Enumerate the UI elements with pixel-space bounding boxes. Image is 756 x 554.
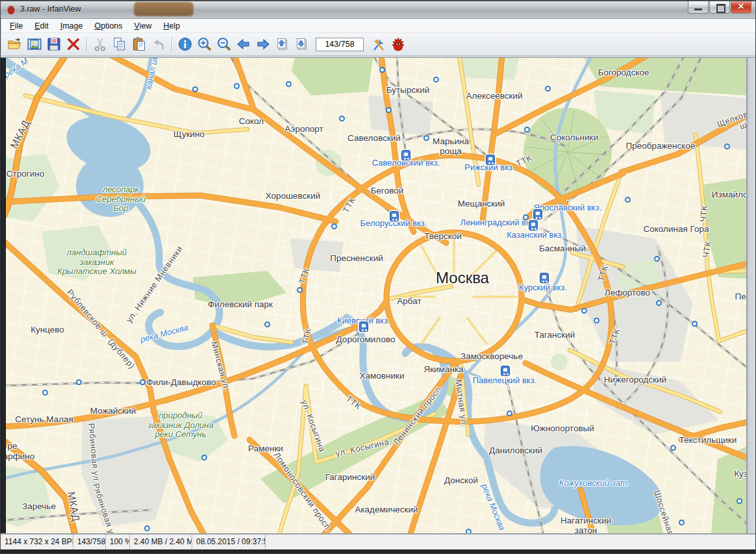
paste-button[interactable] xyxy=(129,35,149,54)
map-label-district: Сетунь Малая xyxy=(15,414,73,424)
cut-button[interactable] xyxy=(90,35,110,54)
map-label-district: ре xyxy=(7,441,17,451)
metro-station-icon xyxy=(76,379,82,385)
map-label-district: Измайлово xyxy=(712,190,748,199)
map-label-station: Ярославский вкз. xyxy=(534,203,602,213)
map-label-park: лесопарк Серебряный Бор xyxy=(96,185,145,214)
previous-image-button[interactable] xyxy=(234,35,253,54)
map-label-road: Щелковское ш. xyxy=(716,103,748,138)
image-viewport-moscow-map[interactable]: ЩукиноСтрогиноСоколАэропортБутырскийАлек… xyxy=(6,58,748,533)
metro-station-icon xyxy=(423,135,429,141)
metro-station-icon xyxy=(692,321,698,327)
first-icon xyxy=(275,36,290,52)
first-image-button[interactable] xyxy=(273,35,292,54)
settings-button[interactable] xyxy=(369,35,388,54)
map-label-road: МКАД xyxy=(8,118,32,151)
map-label-road: МКАД xyxy=(65,490,82,522)
metro-station-icon xyxy=(386,107,392,113)
map-label-district: Академический xyxy=(355,505,418,514)
titlebar-reflection xyxy=(134,2,194,16)
menu-image[interactable]: Image xyxy=(55,20,89,32)
map-label-district: Лефортово xyxy=(605,288,650,297)
map-label-district: Мещанский xyxy=(458,199,505,208)
map-label-district: Соколиная Гора xyxy=(644,224,709,234)
map-label-district: Можайский xyxy=(90,406,136,416)
thumbnails-button[interactable] xyxy=(25,35,44,54)
map-label-district: Текстильщики xyxy=(679,435,737,445)
map-label-district: Строгино xyxy=(6,169,44,179)
metro-station-icon xyxy=(625,197,631,203)
open-file-button[interactable] xyxy=(5,35,25,54)
close-button[interactable] xyxy=(731,1,751,14)
zoom-out-button[interactable] xyxy=(214,35,234,54)
toolbar xyxy=(1,33,756,56)
about-irfanview-button[interactable] xyxy=(388,35,408,54)
menu-view[interactable]: View xyxy=(129,20,158,32)
map-label-road: Рябиновая ул. xyxy=(86,423,101,484)
map-label-station: Павелецкий вкз. xyxy=(473,376,537,386)
title-bar[interactable]: 3.raw - IrfanView xyxy=(1,1,755,19)
map-label-district: Дорогомилово xyxy=(336,334,396,344)
menu-file[interactable]: File xyxy=(4,20,29,32)
maximize-button[interactable] xyxy=(709,1,730,14)
map-label-road: ТТК xyxy=(515,153,534,169)
map-label-road: Ломоносовский просп. xyxy=(271,451,334,533)
minimize-button[interactable] xyxy=(688,1,709,14)
metro-station-icon xyxy=(297,287,303,293)
window-border-bottom xyxy=(1,549,755,554)
map-label-district: Замоскворечье xyxy=(460,351,523,361)
map-label-station: Курский вкз. xyxy=(519,283,567,293)
copy-button[interactable] xyxy=(110,35,129,54)
map-label-road: Мытная ул. xyxy=(453,379,470,428)
metro-station-icon xyxy=(581,308,587,314)
map-label-road: ул. Косыгина xyxy=(334,437,390,459)
map-label-district: Якиманка xyxy=(423,364,463,374)
map-label-park: ландшафтный заказник Крылатские Холмы xyxy=(57,248,136,277)
map-label-district: Тверской xyxy=(424,231,462,241)
status-segment-2: 100 % xyxy=(106,535,130,549)
map-label-road: ТТК xyxy=(301,327,313,345)
map-label-road: ЧТК xyxy=(701,240,714,258)
menu-help[interactable]: Help xyxy=(157,20,186,32)
map-label-district: Савеловский xyxy=(347,133,401,143)
map-label-road: ТТК xyxy=(344,394,363,412)
window-border-right xyxy=(746,58,755,533)
map-label-district: Пресненский xyxy=(330,253,383,263)
status-segment-1: 143/758 xyxy=(73,535,106,549)
status-segment-0: 1144 x 732 x 24 BPP xyxy=(1,535,73,549)
map-label-district: Хорошевский xyxy=(266,191,320,201)
map-label-district: Преображенское xyxy=(626,141,696,151)
zoom-in-button[interactable] xyxy=(195,35,214,54)
metro-station-icon xyxy=(594,318,599,323)
menu-bar: FileEditImageOptionsViewHelp xyxy=(1,19,756,33)
metro-station-icon xyxy=(545,86,551,92)
metro-station-icon xyxy=(433,77,439,82)
map-label-district: Беговой xyxy=(371,186,404,195)
map-label-district: Филевский парк xyxy=(208,299,273,309)
menu-edit[interactable]: Edit xyxy=(29,20,55,32)
undo-button[interactable] xyxy=(149,35,168,54)
window-border-left xyxy=(1,58,6,533)
cut-icon xyxy=(92,36,108,52)
map-label-district: Сокол xyxy=(239,116,264,126)
railway-terminal-icon xyxy=(359,321,368,332)
map-label-district: Хамовники xyxy=(360,371,405,381)
metro-station-icon xyxy=(656,300,662,306)
map-label-district: Богородское xyxy=(598,68,649,77)
map-label-road: ТТК xyxy=(597,264,611,283)
save-button[interactable] xyxy=(44,35,64,54)
thumb-icon xyxy=(27,36,42,52)
map-label-road: Ленинский просп. xyxy=(392,383,445,447)
next-image-button[interactable] xyxy=(253,35,273,54)
metro-station-icon xyxy=(524,127,530,132)
map-label-road: ТТК xyxy=(297,267,312,285)
delete-button[interactable] xyxy=(64,35,83,54)
metro-station-icon xyxy=(466,529,472,534)
last-image-button[interactable] xyxy=(292,35,312,54)
metro-station-icon xyxy=(286,81,292,87)
image-counter-input[interactable] xyxy=(316,38,364,51)
delete-icon xyxy=(66,36,81,52)
image-info-button[interactable] xyxy=(175,35,195,54)
irfanview-window: 3.raw - IrfanView FileEditImageOptionsVi… xyxy=(0,0,756,554)
menu-options[interactable]: Options xyxy=(88,20,128,32)
